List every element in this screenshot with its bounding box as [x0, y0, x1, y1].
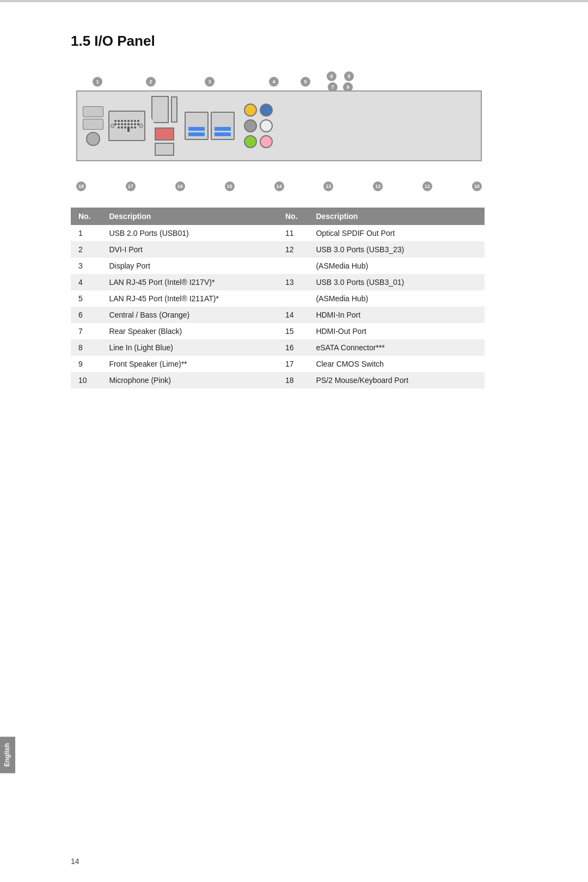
lan-port-1	[185, 112, 209, 140]
row-right-no	[278, 258, 308, 274]
row-right-desc: (ASMedia Hub)	[308, 258, 485, 274]
table-header-row: No. Description No. Description	[71, 208, 485, 225]
num-15: 15	[225, 181, 235, 191]
audio-lime	[244, 135, 257, 148]
row-right-desc: USB 3.0 Ports (USB3_23)	[308, 241, 485, 258]
header-col2-desc: Description	[308, 208, 485, 225]
row-left-no: 5	[71, 290, 101, 307]
lan-indicator-1a	[188, 127, 205, 131]
page-number: 14	[71, 857, 79, 866]
hdmi-out-port	[155, 143, 174, 156]
table-row: 4 LAN RJ-45 Port (Intel® I217V)* 13 USB …	[71, 274, 485, 290]
row-left-no: 6	[71, 307, 101, 323]
bottom-number-row: 18 17 16 15 14 13 12 11 10	[76, 181, 482, 191]
side-english-label: English	[0, 737, 15, 773]
table-row: 8 Line In (Light Blue) 16 eSATA Connecto…	[71, 339, 485, 356]
table-row: 5 LAN RJ-45 Port (Intel® I211AT)* (ASMed…	[71, 290, 485, 307]
section-usb2-ps2	[83, 94, 103, 158]
hdmi-in-port	[155, 127, 174, 141]
row-right-no: 16	[278, 339, 308, 356]
row-right-no: 18	[278, 372, 308, 388]
table-row: 9 Front Speaker (Lime)** 17 Clear CMOS S…	[71, 356, 485, 372]
num-6: 6	[327, 71, 336, 81]
row-right-no: 17	[278, 356, 308, 372]
row-left-desc: USB 2.0 Ports (USB01)	[101, 225, 278, 241]
header-col1-desc: Description	[101, 208, 278, 225]
row-right-no: 14	[278, 307, 308, 323]
row-right-desc: (ASMedia Hub)	[308, 290, 485, 307]
num-8: 8	[344, 71, 354, 81]
table-row: 10 Microphone (Pink) 18 PS/2 Mouse/Keybo…	[71, 372, 485, 388]
table-row: 6 Central / Bass (Orange) 14 HDMI-In Por…	[71, 307, 485, 323]
audio-orange	[244, 104, 257, 117]
num-5: 5	[301, 77, 310, 87]
row-left-no: 3	[71, 258, 101, 274]
row-left-desc: Front Speaker (Lime)**	[101, 356, 278, 372]
lan-indicator-2a	[215, 127, 231, 131]
row-left-no: 9	[71, 356, 101, 372]
row-right-no: 15	[278, 323, 308, 339]
description-table: No. Description No. Description 1 USB 2.…	[71, 208, 485, 388]
row-left-desc: LAN RJ-45 Port (Intel® I211AT)*	[101, 290, 278, 307]
row-left-desc: Central / Bass (Orange)	[101, 307, 278, 323]
num-17: 17	[126, 181, 136, 191]
header-col1-no: No.	[71, 208, 101, 225]
usb-port-top	[83, 106, 103, 117]
audio-pink	[260, 135, 273, 148]
num-4: 4	[269, 77, 279, 87]
usb-port-bot	[83, 119, 103, 130]
row-right-desc: PS/2 Mouse/Keyboard Port	[308, 372, 485, 388]
row-left-no: 7	[71, 323, 101, 339]
row-right-no: 12	[278, 241, 308, 258]
row-left-desc: Microphone (Pink)	[101, 372, 278, 388]
table-row: 1 USB 2.0 Ports (USB01) 11 Optical SPDIF…	[71, 225, 485, 241]
row-left-desc: Line In (Light Blue)	[101, 339, 278, 356]
io-panel-diagram: 1 2 3 4 5 6 8 7 9	[71, 66, 495, 197]
dvi-screw-left	[111, 124, 115, 128]
num-13: 13	[323, 181, 333, 191]
lan-port-2	[211, 112, 235, 140]
row-right-desc: HDMI-Out Port	[308, 323, 485, 339]
num-16: 16	[175, 181, 185, 191]
row-right-no: 11	[278, 225, 308, 241]
row-right-desc: Optical SPDIF Out Port	[308, 225, 485, 241]
section-dp	[151, 94, 177, 158]
num-12: 12	[373, 181, 383, 191]
dvi-port	[108, 111, 145, 141]
dvi-row1	[114, 120, 139, 122]
row-left-desc: Display Port	[101, 258, 278, 274]
display-port	[151, 96, 169, 123]
section-title: 1.5 I/O Panel	[71, 33, 534, 50]
section-lan	[185, 94, 235, 158]
section-audio	[242, 94, 275, 158]
usb2-ports	[83, 106, 103, 130]
row-right-desc: Clear CMOS Switch	[308, 356, 485, 372]
row-right-no: 13	[278, 274, 308, 290]
audio-black	[244, 119, 257, 132]
num-2: 2	[146, 77, 156, 87]
top-number-row: 1 2 3 4 5 6 8 7 9	[76, 71, 482, 92]
num-18: 18	[76, 181, 86, 191]
row-left-desc: Rear Speaker (Black)	[101, 323, 278, 339]
row-left-no: 10	[71, 372, 101, 388]
dvi-screw-right	[139, 124, 143, 128]
panel-drawing	[76, 90, 482, 161]
row-right-desc: HDMI-In Port	[308, 307, 485, 323]
num-11: 11	[422, 181, 432, 191]
num-10: 10	[472, 181, 482, 191]
table-row: 7 Rear Speaker (Black) 15 HDMI-Out Port	[71, 323, 485, 339]
num-1: 1	[93, 77, 102, 87]
table-row: 2 DVI-I Port 12 USB 3.0 Ports (USB3_23)	[71, 241, 485, 258]
table-row: 3 Display Port (ASMedia Hub)	[71, 258, 485, 274]
row-right-desc: eSATA Connector***	[308, 339, 485, 356]
num-14: 14	[274, 181, 284, 191]
ps2-port	[86, 132, 100, 146]
audio-white	[260, 119, 273, 132]
header-col2-no: No.	[278, 208, 308, 225]
section-dvi	[108, 94, 145, 158]
row-left-no: 1	[71, 225, 101, 241]
dvi-row3	[118, 126, 136, 132]
lan-indicator-2b	[215, 132, 231, 136]
row-right-desc: USB 3.0 Ports (USB3_01)	[308, 274, 485, 290]
audio-ports	[242, 101, 275, 150]
